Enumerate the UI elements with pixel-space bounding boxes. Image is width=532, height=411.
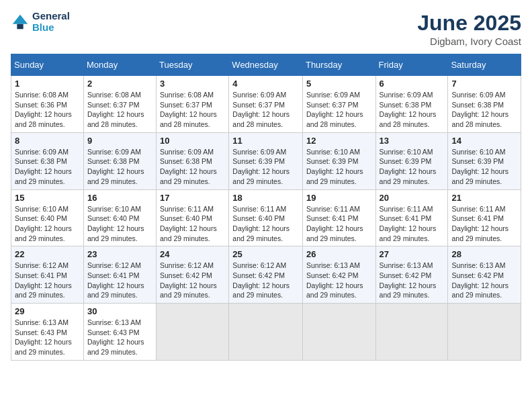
- calendar-week-row: 1 Sunrise: 6:08 AM Sunset: 6:36 PM Dayli…: [11, 76, 521, 133]
- calendar-cell: [229, 304, 303, 361]
- calendar-cell: 9 Sunrise: 6:09 AM Sunset: 6:38 PM Dayli…: [83, 132, 156, 189]
- calendar-cell: 15 Sunrise: 6:10 AM Sunset: 6:40 PM Dayl…: [11, 189, 84, 246]
- calendar-cell: 18 Sunrise: 6:11 AM Sunset: 6:40 PM Dayl…: [229, 189, 303, 246]
- day-detail: Sunrise: 6:12 AM Sunset: 6:42 PM Dayligh…: [160, 261, 225, 300]
- calendar-cell: 7 Sunrise: 6:09 AM Sunset: 6:38 PM Dayli…: [448, 76, 521, 133]
- day-detail: Sunrise: 6:08 AM Sunset: 6:37 PM Dayligh…: [87, 90, 152, 130]
- header-cell-friday: Friday: [375, 54, 448, 76]
- calendar-table: SundayMondayTuesdayWednesdayThursdayFrid…: [11, 54, 521, 361]
- calendar-cell: 17 Sunrise: 6:11 AM Sunset: 6:40 PM Dayl…: [157, 189, 229, 246]
- svg-rect-1: [17, 24, 23, 28]
- header-cell-saturday: Saturday: [448, 54, 521, 76]
- calendar-cell: 4 Sunrise: 6:09 AM Sunset: 6:37 PM Dayli…: [229, 76, 303, 133]
- day-number: 14: [451, 136, 517, 146]
- day-detail: Sunrise: 6:10 AM Sunset: 6:39 PM Dayligh…: [451, 147, 517, 187]
- calendar-cell: 20 Sunrise: 6:11 AM Sunset: 6:41 PM Dayl…: [375, 189, 448, 246]
- day-detail: Sunrise: 6:10 AM Sunset: 6:40 PM Dayligh…: [87, 204, 152, 244]
- day-detail: Sunrise: 6:13 AM Sunset: 6:43 PM Dayligh…: [87, 318, 152, 357]
- calendar-cell: [157, 304, 229, 361]
- day-detail: Sunrise: 6:13 AM Sunset: 6:42 PM Dayligh…: [380, 261, 445, 300]
- calendar-week-row: 8 Sunrise: 6:09 AM Sunset: 6:38 PM Dayli…: [11, 132, 521, 189]
- calendar-cell: [302, 304, 375, 361]
- calendar-cell: 25 Sunrise: 6:12 AM Sunset: 6:42 PM Dayl…: [229, 246, 303, 304]
- title-area: June 2025 Digbam, Ivory Coast: [417, 11, 521, 47]
- calendar-cell: 11 Sunrise: 6:09 AM Sunset: 6:39 PM Dayl…: [229, 132, 303, 189]
- day-number: 19: [306, 193, 372, 203]
- day-number: 23: [87, 249, 152, 259]
- calendar-cell: 1 Sunrise: 6:08 AM Sunset: 6:36 PM Dayli…: [11, 76, 84, 133]
- calendar-cell: 23 Sunrise: 6:12 AM Sunset: 6:41 PM Dayl…: [83, 246, 156, 304]
- day-detail: Sunrise: 6:11 AM Sunset: 6:40 PM Dayligh…: [160, 204, 225, 244]
- day-number: 6: [380, 79, 445, 89]
- header-cell-wednesday: Wednesday: [229, 54, 303, 76]
- logo-icon: [11, 13, 30, 32]
- header: General Blue June 2025 Digbam, Ivory Coa…: [11, 11, 521, 47]
- day-number: 3: [160, 79, 225, 89]
- day-number: 8: [15, 136, 80, 146]
- calendar-subtitle: Digbam, Ivory Coast: [417, 36, 521, 47]
- day-number: 26: [306, 249, 372, 259]
- logo: General Blue: [11, 11, 70, 33]
- day-detail: Sunrise: 6:13 AM Sunset: 6:42 PM Dayligh…: [451, 261, 517, 300]
- day-number: 15: [15, 193, 80, 203]
- day-number: 17: [160, 193, 225, 203]
- day-detail: Sunrise: 6:09 AM Sunset: 6:39 PM Dayligh…: [232, 147, 299, 187]
- day-detail: Sunrise: 6:09 AM Sunset: 6:38 PM Dayligh…: [87, 147, 152, 187]
- day-detail: Sunrise: 6:10 AM Sunset: 6:39 PM Dayligh…: [380, 147, 445, 187]
- calendar-cell: 3 Sunrise: 6:08 AM Sunset: 6:37 PM Dayli…: [157, 76, 229, 133]
- day-detail: Sunrise: 6:11 AM Sunset: 6:41 PM Dayligh…: [451, 204, 517, 244]
- calendar-cell: 10 Sunrise: 6:09 AM Sunset: 6:38 PM Dayl…: [157, 132, 229, 189]
- day-detail: Sunrise: 6:12 AM Sunset: 6:42 PM Dayligh…: [232, 261, 299, 300]
- day-number: 28: [451, 249, 517, 259]
- day-detail: Sunrise: 6:12 AM Sunset: 6:41 PM Dayligh…: [15, 261, 80, 300]
- day-detail: Sunrise: 6:11 AM Sunset: 6:40 PM Dayligh…: [232, 204, 299, 244]
- calendar-cell: 16 Sunrise: 6:10 AM Sunset: 6:40 PM Dayl…: [83, 189, 156, 246]
- day-number: 11: [232, 136, 299, 146]
- day-number: 30: [87, 306, 152, 316]
- calendar-cell: 13 Sunrise: 6:10 AM Sunset: 6:39 PM Dayl…: [375, 132, 448, 189]
- day-number: 20: [380, 193, 445, 203]
- day-detail: Sunrise: 6:09 AM Sunset: 6:37 PM Dayligh…: [306, 90, 372, 130]
- header-cell-sunday: Sunday: [11, 54, 84, 76]
- day-detail: Sunrise: 6:10 AM Sunset: 6:40 PM Dayligh…: [15, 204, 80, 244]
- calendar-title: June 2025: [417, 11, 521, 36]
- calendar-cell: 27 Sunrise: 6:13 AM Sunset: 6:42 PM Dayl…: [375, 246, 448, 304]
- day-number: 5: [306, 79, 372, 89]
- day-number: 22: [15, 249, 80, 259]
- calendar-cell: [448, 304, 521, 361]
- day-number: 9: [87, 136, 152, 146]
- calendar-cell: 5 Sunrise: 6:09 AM Sunset: 6:37 PM Dayli…: [302, 76, 375, 133]
- day-number: 4: [232, 79, 299, 89]
- day-number: 24: [160, 249, 225, 259]
- calendar-cell: 24 Sunrise: 6:12 AM Sunset: 6:42 PM Dayl…: [157, 246, 229, 304]
- calendar-cell: 8 Sunrise: 6:09 AM Sunset: 6:38 PM Dayli…: [11, 132, 84, 189]
- logo-line1: General: [32, 11, 70, 22]
- header-cell-tuesday: Tuesday: [157, 54, 229, 76]
- calendar-cell: [375, 304, 448, 361]
- svg-marker-0: [13, 14, 28, 24]
- day-number: 1: [15, 79, 80, 89]
- calendar-week-row: 15 Sunrise: 6:10 AM Sunset: 6:40 PM Dayl…: [11, 189, 521, 246]
- day-detail: Sunrise: 6:13 AM Sunset: 6:42 PM Dayligh…: [306, 261, 372, 300]
- logo-line2: Blue: [32, 22, 70, 34]
- calendar-cell: 21 Sunrise: 6:11 AM Sunset: 6:41 PM Dayl…: [448, 189, 521, 246]
- day-detail: Sunrise: 6:13 AM Sunset: 6:43 PM Dayligh…: [15, 318, 80, 357]
- day-detail: Sunrise: 6:08 AM Sunset: 6:37 PM Dayligh…: [160, 90, 225, 130]
- calendar-cell: 12 Sunrise: 6:10 AM Sunset: 6:39 PM Dayl…: [302, 132, 375, 189]
- calendar-cell: 28 Sunrise: 6:13 AM Sunset: 6:42 PM Dayl…: [448, 246, 521, 304]
- day-detail: Sunrise: 6:08 AM Sunset: 6:36 PM Dayligh…: [15, 90, 80, 130]
- day-detail: Sunrise: 6:10 AM Sunset: 6:39 PM Dayligh…: [306, 147, 372, 187]
- day-detail: Sunrise: 6:09 AM Sunset: 6:38 PM Dayligh…: [380, 90, 445, 130]
- calendar-week-row: 22 Sunrise: 6:12 AM Sunset: 6:41 PM Dayl…: [11, 246, 521, 304]
- day-detail: Sunrise: 6:11 AM Sunset: 6:41 PM Dayligh…: [306, 204, 372, 244]
- day-detail: Sunrise: 6:11 AM Sunset: 6:41 PM Dayligh…: [380, 204, 445, 244]
- day-detail: Sunrise: 6:09 AM Sunset: 6:38 PM Dayligh…: [160, 147, 225, 187]
- day-number: 2: [87, 79, 152, 89]
- day-number: 27: [380, 249, 445, 259]
- day-detail: Sunrise: 6:09 AM Sunset: 6:38 PM Dayligh…: [451, 90, 517, 130]
- header-cell-thursday: Thursday: [302, 54, 375, 76]
- day-number: 12: [306, 136, 372, 146]
- day-number: 10: [160, 136, 225, 146]
- day-number: 25: [232, 249, 299, 259]
- calendar-cell: 14 Sunrise: 6:10 AM Sunset: 6:39 PM Dayl…: [448, 132, 521, 189]
